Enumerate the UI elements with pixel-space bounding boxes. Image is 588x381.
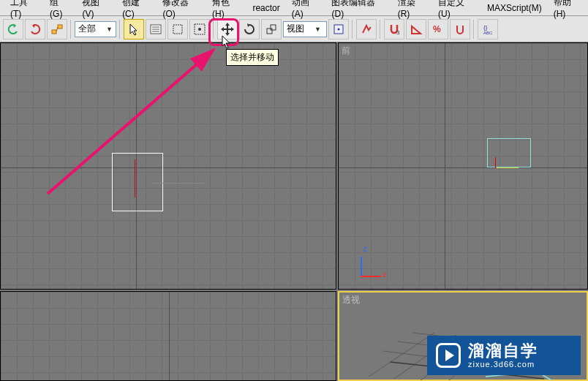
- ref-coord-dropdown[interactable]: 视图 ▼: [283, 21, 327, 37]
- list-icon: [149, 23, 162, 36]
- watermark: 溜溜自学 zixue.3d66.com: [427, 336, 581, 375]
- axis-vertical: [169, 292, 170, 380]
- rotate-icon: [243, 23, 256, 36]
- viewport-front[interactable]: 前 z x: [338, 42, 588, 290]
- watermark-title: 溜溜自学: [468, 342, 538, 360]
- window-crossing-icon: [193, 23, 206, 36]
- spinner-snap-button[interactable]: [450, 19, 470, 39]
- undo-icon: [7, 23, 20, 36]
- selection-filter-dropdown[interactable]: 全部 ▼: [75, 21, 116, 37]
- link-button[interactable]: [47, 19, 67, 39]
- angle-snap-icon: [410, 23, 423, 36]
- percent-snap-button[interactable]: %: [428, 19, 448, 39]
- menu-animation[interactable]: 动画(A): [286, 0, 326, 21]
- link-icon: [50, 23, 64, 36]
- separator: [473, 20, 475, 39]
- axis-gizmo: z x: [361, 248, 390, 277]
- ref-coord-value: 视图: [287, 23, 304, 35]
- chevron-down-icon: ▼: [106, 26, 113, 33]
- axis-vertical: [445, 43, 445, 289]
- selection-filter-value: 全部: [78, 23, 96, 35]
- named-sets-icon: {}ABC: [481, 23, 494, 36]
- select-region-rect-button[interactable]: [167, 19, 188, 39]
- select-object-button[interactable]: [124, 19, 144, 39]
- scale-icon: [265, 23, 278, 36]
- scene-rectangle[interactable]: [487, 138, 531, 167]
- pivot-icon: [332, 23, 345, 36]
- named-sets-button[interactable]: {}ABC: [478, 19, 498, 39]
- separator: [213, 20, 214, 39]
- spinner-snap-icon: [453, 23, 467, 36]
- axis-horizontal: [1, 167, 336, 168]
- viewport-top[interactable]: [0, 42, 336, 290]
- cursor-icon: [128, 23, 140, 36]
- svg-rect-7: [173, 25, 182, 34]
- rect-region-icon: [171, 23, 184, 36]
- svg-rect-1: [58, 25, 62, 29]
- svg-text:ABC: ABC: [483, 31, 493, 35]
- percent-snap-icon: %: [431, 23, 445, 36]
- select-by-name-button[interactable]: [146, 19, 166, 39]
- menu-views[interactable]: 视图(V): [76, 0, 116, 21]
- scene-rectangle[interactable]: [112, 153, 163, 211]
- viewport-area: 前 z x 透视: [0, 42, 588, 381]
- viewport-label: 前: [342, 45, 350, 57]
- viewport-grid: [1, 43, 336, 289]
- svg-line-2: [56, 27, 58, 31]
- move-icon: [220, 22, 235, 37]
- svg-text:{}: {}: [483, 24, 488, 31]
- redo-button[interactable]: [25, 19, 45, 39]
- watermark-url: zixue.3d66.com: [468, 360, 538, 369]
- viewport-left[interactable]: [0, 291, 336, 381]
- menu-reactor[interactable]: reactor: [246, 1, 285, 15]
- select-scale-button[interactable]: [261, 19, 282, 39]
- select-manipulate-button[interactable]: [356, 19, 377, 39]
- tooltip: 选择并移动: [226, 49, 279, 66]
- axis-horizontal: [339, 167, 587, 168]
- menu-bar: 工具(T) 组(G) 视图(V) 创建(C) 修改器(O) 角色(H) reac…: [0, 0, 588, 16]
- svg-rect-0: [52, 30, 56, 34]
- snap-icon: 3: [388, 23, 401, 36]
- snap-toggle-button[interactable]: 3: [384, 19, 404, 39]
- select-rotate-button[interactable]: [239, 19, 260, 39]
- window-crossing-button[interactable]: [189, 19, 210, 39]
- undo-button[interactable]: [3, 19, 23, 39]
- separator: [70, 20, 72, 39]
- svg-rect-10: [267, 29, 272, 34]
- separator: [119, 20, 121, 39]
- svg-rect-11: [271, 25, 276, 30]
- separator: [380, 20, 381, 39]
- menu-maxscript[interactable]: MAXScript(M): [481, 1, 548, 15]
- svg-point-9: [198, 28, 201, 31]
- svg-text:3: 3: [396, 29, 400, 36]
- select-move-button[interactable]: [217, 19, 238, 39]
- play-icon: [436, 343, 461, 368]
- gizmo-axis: [135, 159, 135, 197]
- menu-help[interactable]: 帮助(H): [548, 0, 588, 21]
- manipulate-icon: [360, 23, 373, 36]
- svg-text:%: %: [433, 24, 441, 34]
- svg-point-13: [337, 28, 339, 30]
- gizmo-handle: [153, 183, 204, 184]
- use-pivot-button[interactable]: [328, 19, 349, 39]
- angle-snap-button[interactable]: [406, 19, 426, 39]
- redo-icon: [29, 23, 42, 36]
- viewport-grid: [1, 292, 336, 380]
- separator: [352, 20, 353, 39]
- chevron-down-icon: ▼: [314, 26, 321, 33]
- svg-line-19: [369, 333, 434, 377]
